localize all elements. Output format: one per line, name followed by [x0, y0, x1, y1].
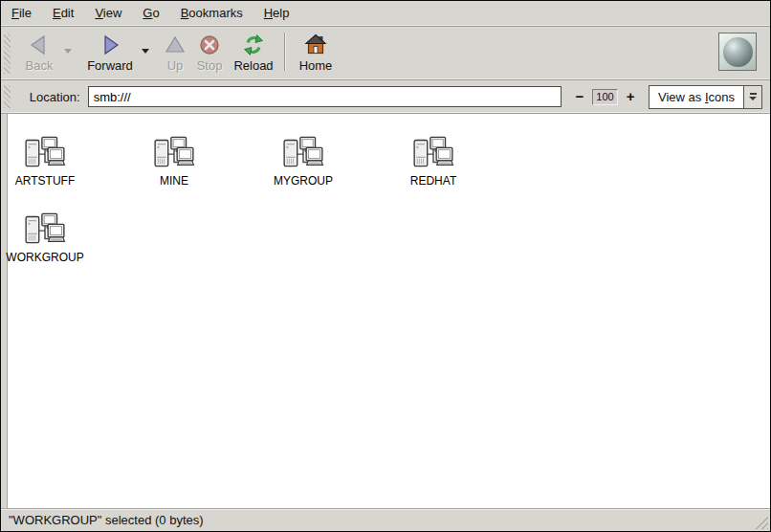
view-as-label: View as Icons: [650, 86, 743, 108]
home-icon: [304, 33, 327, 56]
forward-history-dropdown[interactable]: [139, 44, 152, 57]
view-as-pre: View as: [658, 90, 705, 104]
menu-edit-post: dit: [61, 6, 75, 20]
zoom-out-button[interactable]: −: [573, 88, 586, 105]
forward-icon: [99, 33, 121, 56]
menu-file[interactable]: File: [1, 1, 42, 26]
location-bar: Location: − 100 + View as Icons: [1, 80, 770, 114]
toolbar: Back Forward Up Stop: [1, 27, 770, 80]
workgroup-item-label: MINE: [158, 174, 190, 188]
home-label: Home: [299, 58, 333, 73]
chevron-down-icon: [142, 49, 149, 54]
status-text: "WORKGROUP" selected (0 bytes): [9, 513, 204, 527]
icon-view: ARTSTUFF MINE MYGROUP REDHAT WORKGROUP: [1, 114, 770, 508]
home-button[interactable]: Home: [294, 31, 338, 76]
reload-icon: [242, 33, 265, 56]
menu-file-post: ile: [19, 6, 32, 20]
menu-go-key: G: [143, 6, 152, 20]
network-workgroup-icon: [152, 135, 196, 167]
menu-file-key: F: [11, 6, 19, 20]
menu-help-post: elp: [273, 6, 289, 20]
workgroup-item-label: ARTSTUFF: [13, 174, 77, 188]
up-icon: [164, 33, 187, 56]
workgroup-item-workgroup[interactable]: WORKGROUP: [0, 211, 102, 264]
network-workgroup-icon: [23, 211, 67, 244]
up-button[interactable]: Up: [160, 31, 190, 76]
menu-edit[interactable]: Edit: [42, 1, 84, 26]
back-label: Back: [26, 58, 54, 73]
menu-help[interactable]: Help: [253, 1, 300, 26]
network-workgroup-icon: [411, 135, 455, 167]
up-label: Up: [167, 58, 184, 73]
toolbar-separator: [284, 33, 285, 71]
workgroup-item-artstuff[interactable]: ARTSTUFF: [0, 135, 102, 188]
back-history-dropdown[interactable]: [61, 44, 75, 57]
menu-view-post: iew: [103, 6, 122, 20]
workgroup-item-label: WORKGROUP: [4, 251, 85, 264]
toolbar-drag-handle[interactable]: [4, 33, 11, 74]
reload-label: Reload: [233, 58, 273, 73]
menu-edit-key: E: [53, 6, 61, 20]
menu-go-post: o: [152, 6, 159, 20]
menu-help-key: H: [264, 6, 273, 20]
dropdown-indicator-icon: [743, 86, 761, 108]
workgroup-item-label: REDHAT: [408, 174, 458, 188]
workgroup-item-label: MYGROUP: [272, 174, 335, 188]
back-icon: [28, 33, 51, 56]
location-bar-drag-handle[interactable]: [4, 85, 11, 108]
menu-bar: File Edit View Go Bookmarks Help: [1, 1, 770, 27]
zoom-in-button[interactable]: +: [624, 88, 637, 105]
back-button[interactable]: Back: [18, 31, 60, 76]
menu-bookmarks-post: ookmarks: [188, 6, 242, 20]
menu-view-key: V: [95, 6, 102, 20]
menu-bookmarks[interactable]: Bookmarks: [170, 1, 253, 26]
file-manager-window: File Edit View Go Bookmarks Help Back Fo…: [0, 0, 771, 532]
stop-button[interactable]: Stop: [190, 31, 229, 76]
location-input[interactable]: [88, 86, 562, 107]
view-as-dropdown[interactable]: View as Icons: [649, 85, 762, 109]
forward-button[interactable]: Forward: [82, 31, 138, 76]
menu-view[interactable]: View: [84, 1, 132, 26]
status-bar: "WORKGROUP" selected (0 bytes): [1, 508, 770, 531]
workgroup-item-mygroup[interactable]: MYGROUP: [246, 135, 361, 188]
throbber-globe-icon: [723, 37, 753, 67]
resize-grip[interactable]: [754, 515, 768, 529]
stop-icon: [198, 33, 221, 56]
zoom-level: 100: [592, 89, 619, 105]
reload-button[interactable]: Reload: [229, 31, 278, 76]
chevron-down-icon: [64, 49, 72, 54]
stop-label: Stop: [197, 58, 223, 73]
forward-label: Forward: [87, 58, 133, 73]
throbber-frame: [718, 33, 757, 71]
location-label: Location:: [30, 90, 80, 104]
view-as-post: cons: [709, 90, 735, 104]
menu-go[interactable]: Go: [132, 1, 169, 26]
network-workgroup-icon: [281, 135, 325, 167]
network-workgroup-icon: [23, 135, 67, 167]
workgroup-item-redhat[interactable]: REDHAT: [376, 135, 491, 188]
workgroup-item-mine[interactable]: MINE: [117, 135, 231, 188]
